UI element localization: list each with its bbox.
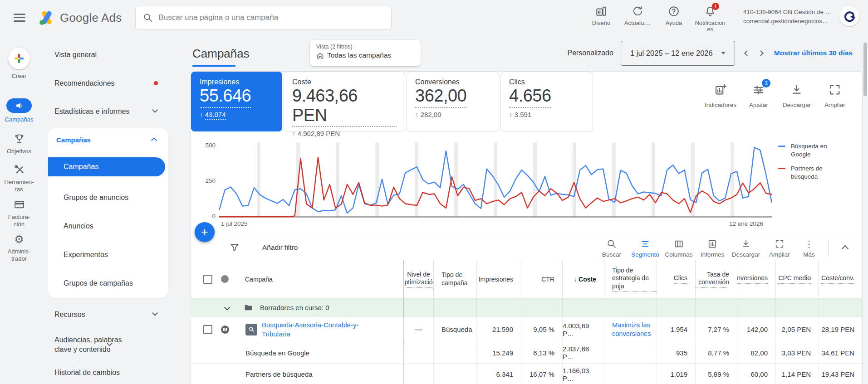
download-button[interactable]: Descargar xyxy=(778,83,816,108)
rail-item-facturacion[interactable]: Factura- ción xyxy=(0,199,38,228)
columns-button[interactable]: Columnas xyxy=(662,239,696,258)
more-button[interactable]: ⋮ Más xyxy=(796,239,822,258)
cell-coste: 2.837,66 P… xyxy=(562,342,604,363)
header-tasa[interactable]: Tasa de conversión xyxy=(695,260,737,298)
drafts-row[interactable]: Borradores en curso: 0 xyxy=(191,298,862,317)
header-cpc[interactable]: CPC medio xyxy=(775,260,819,298)
global-search[interactable] xyxy=(135,6,392,29)
topbar-divider xyxy=(734,8,734,27)
reports-label: Informes xyxy=(701,251,725,258)
status-dot-icon[interactable] xyxy=(221,275,229,283)
show-last-30-days-link[interactable]: Mostrar últimos 30 días xyxy=(774,49,853,57)
cell-clics: 935 xyxy=(657,342,695,363)
scorecard-coste[interactable]: Coste 9.463,66 PEN ↑ 4.902,89 PEN xyxy=(284,72,405,131)
design-button[interactable]: Diseño xyxy=(583,5,619,33)
expand-button[interactable]: Ampliar xyxy=(816,83,854,108)
sidebar-item-anuncios[interactable]: Anuncios xyxy=(64,222,93,230)
bid-strategy-link[interactable]: Maximiza las conversiones xyxy=(612,321,657,338)
sidebar-item-audiencias[interactable]: Audiencias, palabras clave y contenido xyxy=(54,335,141,354)
home-icon xyxy=(316,52,324,59)
notifications-button[interactable]: ! Notificacion es xyxy=(692,5,728,33)
create-plus-icon xyxy=(8,48,30,69)
chevron-down-icon[interactable] xyxy=(224,305,230,311)
view-chip-value: Todas las campañas xyxy=(327,51,391,59)
clics-value: 1.954 xyxy=(670,326,687,333)
sidebar-item-grupos-anuncios[interactable]: Grupos de anuncios xyxy=(64,194,128,202)
avatar[interactable] xyxy=(839,6,859,26)
rail-item-herramientas[interactable]: Herramien- tas xyxy=(0,164,38,193)
view-filter-chip[interactable]: Vista (2 filtros) Todas las campañas xyxy=(310,40,421,66)
legend-entry-busqueda-google[interactable]: Búsqueda en Google xyxy=(778,142,834,158)
scorecard-conversiones[interactable]: Conversiones 362,00 ↑ 282,00 xyxy=(407,72,499,131)
header-coste-conv[interactable]: Coste/conv. xyxy=(819,260,862,298)
sidebar-item-experimentos[interactable]: Experimentos xyxy=(64,251,108,259)
collapse-table-button[interactable] xyxy=(835,238,855,258)
refresh-button[interactable]: Actualiz… xyxy=(619,5,656,33)
download-table-button[interactable]: Descargar xyxy=(729,239,763,258)
segment-label: Segmento xyxy=(631,251,659,258)
tab-indicator xyxy=(192,65,235,67)
sidebar-item-vista-general[interactable]: Vista general xyxy=(54,50,186,59)
help-button[interactable]: Ayuda xyxy=(656,5,692,33)
cell-conversiones: 60,00 xyxy=(737,364,775,384)
cpc-value: 1,14 PEN xyxy=(782,370,811,378)
search-table-button[interactable]: Buscar xyxy=(595,239,628,258)
scorecard-clics[interactable]: Clics 4.656 ↑ 3.591 xyxy=(500,72,593,131)
header-conversiones[interactable]: Conversiones xyxy=(737,260,775,298)
expand-label: Ampliar xyxy=(769,251,790,258)
sidebar-item-estadisticas[interactable]: Estadísticas e informes xyxy=(54,107,186,116)
header-campana-label[interactable]: Campaña xyxy=(245,276,273,283)
header-tipo[interactable]: Tipo de campaña xyxy=(433,260,476,298)
add-filter-button[interactable]: Añadir filtro xyxy=(230,243,298,253)
cell-coste: 1.166,03 P… xyxy=(562,364,604,384)
scorecard-impresiones[interactable]: Impresiones 55.646 ↑ 43.074 xyxy=(191,72,282,131)
date-range-picker[interactable]: 1 jul 2025 – 12 ene 2026 xyxy=(621,41,735,66)
rail-item-administrador[interactable]: ⚙ Adminis- trador xyxy=(0,234,38,262)
rail-label-objetivos: Objetivos xyxy=(7,148,31,155)
sidebar-item-recursos[interactable]: Recursos xyxy=(54,310,186,319)
adjust-button[interactable]: 3 Ajustar xyxy=(740,83,778,108)
rail-item-crear[interactable]: Crear xyxy=(0,48,38,80)
campaign-row[interactable]: Busqueda-Asesoria-Contable-y-Tributaria … xyxy=(191,317,862,342)
date-range-value: 1 jul 2025 – 12 ene 2026 xyxy=(630,49,713,58)
rail-label-facturacion: Factura- ción xyxy=(8,214,30,228)
select-all-checkbox[interactable] xyxy=(203,275,212,284)
ctr-value: 6,13 % xyxy=(533,349,554,357)
rail-item-campanas[interactable]: Campañas xyxy=(0,98,38,123)
drafts-cell: Borradores en curso: 0 xyxy=(191,298,403,316)
header-clics[interactable]: Clics xyxy=(657,260,695,298)
columns-label: Columnas xyxy=(665,251,693,258)
subnav-header-campanas[interactable]: Campañas xyxy=(56,136,91,144)
sidebar-item-recomendaciones[interactable]: Recomendaciones xyxy=(54,78,186,88)
conversiones-value: 60,00 xyxy=(750,370,768,378)
sidebar-item-campanas-selected[interactable]: Campañas xyxy=(48,157,165,176)
paused-status-icon[interactable] xyxy=(221,326,229,334)
sidebar-item-historial[interactable]: Historial de cambios xyxy=(54,368,186,377)
header-nivel[interactable]: Nivel de optimización xyxy=(403,260,433,298)
search-input[interactable] xyxy=(158,13,384,22)
date-prev-button[interactable] xyxy=(740,46,754,60)
header-estrategia[interactable]: Tipo de estrategia de puja xyxy=(604,260,657,298)
indicators-button[interactable]: Indicadores xyxy=(701,83,740,108)
vertical-scrollbar[interactable] xyxy=(863,35,868,384)
header-impresiones[interactable]: Impresiones xyxy=(476,260,521,298)
campaign-chart[interactable] xyxy=(219,142,772,218)
header-coste[interactable]: ↓ Coste xyxy=(562,260,604,298)
scrollbar-thumb[interactable] xyxy=(863,43,867,96)
campaign-name-link[interactable]: Busqueda-Asesoria-Contable-y-Tributaria xyxy=(262,321,364,338)
legend-entry-partners[interactable]: Partners de búsqueda xyxy=(778,165,834,180)
row-checkbox[interactable] xyxy=(203,325,212,334)
delta-up-icon: ↑ xyxy=(509,111,513,118)
account-email: comercial.gestiondenegocios… xyxy=(743,17,836,26)
date-next-button[interactable] xyxy=(754,46,768,60)
segment-button[interactable]: Segmento xyxy=(628,239,662,258)
add-campaign-fab[interactable]: + xyxy=(195,222,215,242)
reports-button[interactable]: Informes xyxy=(696,239,729,258)
account-info[interactable]: 410-138-9064 GN Gestión de … comercial.g… xyxy=(743,8,836,25)
sidebar-item-grupos-campanas[interactable]: Grupos de campañas xyxy=(64,279,133,287)
menu-icon[interactable] xyxy=(14,14,25,22)
header-ctr[interactable]: CTR xyxy=(521,260,562,298)
topbar: Google Ads Diseño Actualiz… Ayuda ! Noti… xyxy=(0,0,868,35)
rail-item-objetivos[interactable]: Objetivos xyxy=(0,133,38,155)
expand-table-button[interactable]: Ampliar xyxy=(763,239,796,258)
